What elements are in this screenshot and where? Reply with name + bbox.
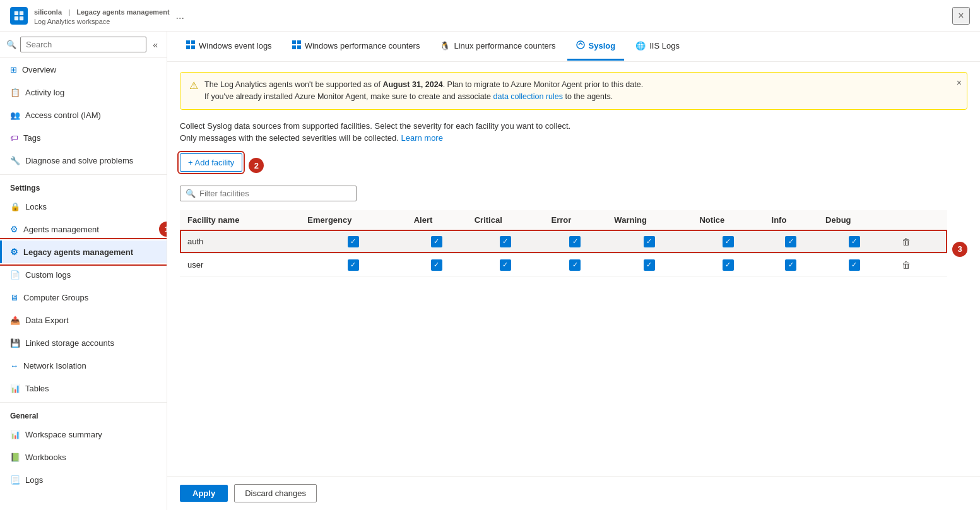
locks-icon: 🔒 [10, 202, 20, 211]
tab-label: Windows event logs [199, 41, 272, 50]
checkbox-cell-alert: ✓ [406, 230, 467, 253]
checkbox-notice[interactable]: ✓ [723, 236, 734, 247]
sidebar-item-locks[interactable]: 🔒 Locks [0, 195, 167, 218]
svg-rect-10 [292, 45, 296, 49]
checkbox-cell-error: ✓ [544, 230, 607, 253]
checkbox-cell-emergency: ✓ [300, 230, 406, 253]
sidebar-item-label: Activity log [25, 88, 64, 97]
ellipsis-menu[interactable]: ... [176, 10, 184, 21]
sidebar-item-label: Tags [23, 133, 40, 143]
sidebar-item-data-export[interactable]: 📤 Data Export [0, 309, 167, 331]
filter-facilities-input[interactable] [199, 189, 351, 198]
checkbox-emergency[interactable]: ✓ [348, 236, 359, 247]
tab-windows-perf-counters[interactable]: Windows performance counters [283, 33, 429, 61]
checkbox-alert[interactable]: ✓ [431, 236, 442, 247]
sidebar-item-label: Computer Groups [23, 293, 88, 302]
sidebar-item-label: Workbooks [25, 453, 66, 462]
add-facility-button[interactable]: + Add facility [180, 153, 242, 172]
checkbox-notice[interactable]: ✓ [723, 259, 734, 271]
sidebar-item-label: Data Export [25, 316, 69, 325]
linked-storage-icon: 💾 [10, 338, 20, 348]
checkbox-cell-critical: ✓ [467, 230, 544, 253]
sidebar-item-overview[interactable]: ⊞ Overview [0, 58, 167, 81]
sidebar-item-label: Locks [25, 202, 47, 211]
checkbox-debug[interactable]: ✓ [849, 259, 860, 271]
checkbox-warning[interactable]: ✓ [644, 259, 655, 271]
linux-icon: 🐧 [440, 41, 450, 50]
sidebar: 🔍 « ⊞ Overview 📋 Activity log 👥 Access c… [0, 32, 167, 510]
app-icon [10, 7, 28, 25]
custom-logs-icon: 📄 [10, 270, 20, 280]
checkbox-debug[interactable]: ✓ [849, 236, 860, 247]
sidebar-item-linked-storage[interactable]: 💾 Linked storage accounts [0, 331, 167, 354]
sidebar-item-tags[interactable]: 🏷 Tags [0, 126, 167, 149]
sidebar-item-workbooks[interactable]: 📗 Workbooks [0, 446, 167, 468]
sidebar-item-workspace-summary[interactable]: 📊 Workspace summary [0, 423, 167, 446]
checkbox-cell-info: ✓ [764, 253, 818, 276]
tab-label: IIS Logs [649, 41, 680, 50]
svg-rect-8 [292, 40, 296, 44]
col-critical: Critical [467, 210, 544, 230]
subtitle: Log Analytics workspace [34, 18, 110, 25]
checkbox-alert[interactable]: ✓ [431, 259, 442, 271]
sidebar-item-diagnose[interactable]: 🔧 Diagnose and solve problems [0, 149, 167, 172]
tab-linux-perf-counters[interactable]: 🐧 Linux performance counters [431, 33, 564, 60]
checkbox-error[interactable]: ✓ [569, 236, 581, 247]
sidebar-item-access-control[interactable]: 👥 Access control (IAM) [0, 104, 167, 126]
checkbox-cell-critical: ✓ [467, 253, 544, 276]
agents-management-icon: ⚙ [10, 224, 18, 234]
footer-bar: Apply Discard changes [167, 476, 980, 510]
sidebar-item-tables[interactable]: 📊 Tables [0, 377, 167, 400]
windows-icon-1 [186, 40, 195, 51]
tab-iis-logs[interactable]: 🌐 IIS Logs [627, 33, 688, 60]
svg-rect-7 [191, 45, 195, 49]
sidebar-item-network-isolation[interactable]: ↔ Network Isolation [0, 354, 167, 377]
annotation-badge-1: 1 [159, 222, 167, 237]
warning-close-button[interactable]: × [957, 78, 962, 88]
sidebar-item-legacy-agents[interactable]: ⚙ Legacy agents management [0, 240, 167, 263]
sidebar-search-bar: 🔍 « [0, 32, 167, 58]
checkbox-emergency[interactable]: ✓ [348, 259, 359, 271]
sidebar-item-logs[interactable]: 📃 Logs [0, 468, 167, 491]
svg-rect-0 [15, 11, 18, 15]
learn-more-link[interactable]: Learn more [401, 133, 442, 143]
title-text: siliconla | Legacy agents management Log… [34, 6, 170, 26]
col-alert: Alert [406, 210, 467, 230]
close-button[interactable]: × [952, 7, 970, 25]
checkbox-error[interactable]: ✓ [569, 259, 581, 271]
delete-facility-button[interactable]: 🗑 [898, 259, 914, 271]
sidebar-item-label: Network Isolation [23, 361, 86, 371]
sidebar-item-agents-management[interactable]: ⚙ Agents management 1 [0, 218, 167, 240]
checkbox-critical[interactable]: ✓ [500, 259, 511, 271]
svg-rect-5 [191, 40, 195, 44]
sidebar-item-activity-log[interactable]: 📋 Activity log [0, 81, 167, 104]
data-collection-rules-link[interactable]: data collection rules [493, 92, 563, 101]
search-input[interactable] [20, 37, 146, 52]
discard-changes-button[interactable]: Discard changes [234, 484, 317, 502]
tab-windows-event-logs[interactable]: Windows event logs [177, 33, 281, 61]
delete-cell: 🗑 [890, 253, 947, 276]
filter-facilities-input-wrap: 🔍 [180, 186, 357, 201]
tab-label: Syslog [589, 41, 616, 50]
general-section-title: General [0, 402, 167, 423]
checkbox-info[interactable]: ✓ [785, 259, 796, 271]
overview-icon: ⊞ [10, 65, 17, 74]
sidebar-item-custom-logs[interactable]: 📄 Custom logs [0, 263, 167, 286]
access-control-icon: 👥 [10, 110, 20, 120]
table-header-row: Facility name Emergency Alert Critical E… [180, 210, 947, 230]
checkbox-critical[interactable]: ✓ [500, 236, 511, 247]
apply-button[interactable]: Apply [180, 485, 228, 502]
sidebar-item-computer-groups[interactable]: 🖥 Computer Groups [0, 286, 167, 309]
collapse-button[interactable]: « [150, 37, 160, 52]
delete-facility-button[interactable]: 🗑 [898, 235, 914, 248]
sidebar-item-label: Custom logs [25, 270, 71, 280]
checkbox-info[interactable]: ✓ [785, 236, 796, 247]
computer-groups-icon: 🖥 [10, 293, 18, 302]
checkbox-cell-error: ✓ [544, 253, 607, 276]
checkbox-cell-warning: ✓ [606, 253, 692, 276]
checkbox-warning[interactable]: ✓ [644, 236, 655, 247]
content-area: Windows event logs Windows performance c… [167, 32, 980, 510]
tab-syslog[interactable]: Syslog [567, 33, 625, 61]
legacy-agents-icon: ⚙ [10, 247, 18, 257]
syslog-icon [576, 40, 585, 51]
